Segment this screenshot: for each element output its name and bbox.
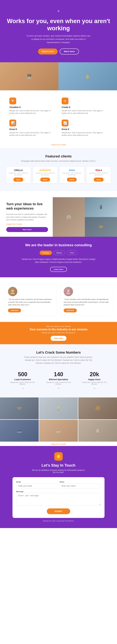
client-more-crolla[interactable]: more — [14, 178, 23, 182]
photo-cell-1: 🤝 — [0, 398, 39, 419]
leader-tab-strategy[interactable]: Strategy — [40, 250, 52, 255]
photo-ph-6: 📋 — [78, 420, 117, 442]
live-title: Turn your ideas to live web experiences — [6, 202, 48, 211]
hero-buttons: Explore more Watch demo — [6, 48, 111, 54]
name-label: Name — [60, 481, 101, 483]
testimonial-avatar-2 — [64, 287, 73, 296]
hero-subtitle: Ut enim ad minim veniam, quis nostrud ex… — [26, 34, 91, 44]
photo-ph-2: 💡 — [39, 398, 78, 419]
number-card-customers: 500 Loyal Customers Sample text. Click t… — [6, 370, 39, 391]
number-desc-specialists: Sample text. Click to select the Text El… — [44, 382, 73, 385]
client-card-binance: ◈ BINANCE Sample text. Click to select t… — [33, 167, 58, 183]
testimonials-section: " Do you want to start a business, but d… — [0, 277, 117, 322]
number-label-customers: Loyal Customers — [8, 378, 38, 380]
clients-title: Featured clients — [6, 154, 111, 158]
live-image-2: 📱 — [85, 197, 117, 217]
feature-icon-2: ✈ — [62, 98, 68, 104]
hero-section: ≡ Works for you, even when you aren't wo… — [0, 0, 117, 62]
number-arrow-users[interactable]: → — [93, 387, 96, 390]
numbers-title: Let's Crack Some Numbers — [6, 350, 111, 354]
client-more-binance[interactable]: more — [40, 178, 50, 182]
feature-title-3: Grow It — [9, 128, 56, 130]
number-arrow-specialists[interactable]: → — [57, 387, 60, 390]
numbers-section: Let's Crack Some Numbers Firstly wanted … — [0, 344, 117, 398]
leader-tab-mission[interactable]: Mission — [54, 250, 65, 255]
features-section: 🖥️ ✋ 👁 Visualize It Sample text. Click t… — [0, 62, 117, 148]
live-inner: Turn your ideas to live web experiences … — [0, 191, 117, 237]
contact-footer-text: Sample text. Click to select the Text El… — [12, 520, 104, 522]
testimonial-card-1: " Do you want to start a business, but d… — [5, 284, 57, 316]
live-learn-more-button[interactable]: learn more — [6, 227, 48, 232]
cta-read-more-button[interactable]: read more — [50, 336, 66, 341]
clients-section: Featured clients Paragraph with partner … — [0, 148, 117, 191]
contact-title: Let's Stay In Touch — [12, 463, 104, 468]
number-label-users: Happy Users — [80, 378, 109, 380]
testimonial-btn-2[interactable]: read more — [64, 308, 77, 312]
client-more-tesla[interactable]: more — [94, 178, 104, 182]
svg-point-3 — [66, 292, 70, 294]
number-card-users: 20k Happy Users Sample text. Click to se… — [78, 370, 111, 391]
number-desc-customers: Sample text. Click to select the Text El… — [8, 382, 38, 385]
message-textarea[interactable] — [16, 493, 101, 506]
live-img-ph-2: 📱 — [85, 197, 117, 217]
client-card-tesla: TESLA Sample text. Click to select the T… — [86, 167, 111, 183]
testimonial-avatar-1 — [8, 287, 17, 296]
feature-card-1: 👁 Visualize It Sample text. Click to sel… — [6, 95, 58, 117]
photo-from: Image from Freepik — [0, 442, 117, 446]
feature-title-4: Grow It — [62, 128, 108, 130]
number-label-specialists: Efficient Specialists — [44, 378, 73, 380]
feature-desc-4: Sample text. Click to select the text bo… — [62, 132, 108, 136]
client-card-crolla: CROLLA Sample text. Click to select the … — [6, 167, 30, 183]
leader-section: We are the leader in business consulting… — [0, 237, 117, 277]
client-desc-crolla: Sample text. Click to select the Text El… — [8, 172, 29, 176]
menu-icon[interactable]: ≡ — [6, 9, 111, 13]
contact-subtitle: We are an ambitious company looking for … — [30, 469, 86, 474]
number-value-customers: 500 — [8, 371, 38, 378]
watch-demo-button[interactable]: Watch demo — [60, 48, 79, 54]
leader-tab-vision[interactable]: Vision — [67, 250, 78, 255]
feature-icon-3: 📊 — [9, 120, 16, 126]
photo-cell-2: 💡 — [39, 398, 78, 419]
testimonial-btn-1[interactable]: read more — [8, 308, 21, 312]
cta-small-text: Add more speed to your website — [6, 325, 111, 327]
photo-cell-5: ☕ — [39, 420, 78, 442]
feature-desc-2: Sample text. Click to select the text bo… — [62, 110, 108, 114]
client-desc-binance: Sample text. Click to select the Text El… — [35, 172, 56, 176]
numbers-subtitle: Firstly wanted to start your own busines… — [21, 356, 96, 365]
contact-section: 🌟 Let's Stay In Touch We are an ambitiou… — [0, 446, 117, 528]
client-logo-evga: EVGA — [61, 169, 82, 172]
photo-cell-4: 💻 — [0, 420, 39, 442]
leader-title: We are the leader in business consulting — [6, 243, 111, 248]
client-desc-evga: Sample text. Click to select the Text El… — [61, 172, 82, 176]
live-img-ph-1: 👔 — [53, 197, 85, 237]
feature-image-left: 🖥️ — [0, 62, 58, 90]
submit-button[interactable]: SUBMIT — [47, 508, 70, 514]
feature-title-1: Visualize It — [9, 106, 56, 108]
photo-grid: 🤝 💡 😊 💻 ☕ 📋 — [0, 398, 117, 442]
clients-subtitle: Paragraph with partner ipsum dolor sit a… — [6, 160, 111, 162]
leader-learn-more-button[interactable]: Learn more — [50, 267, 67, 272]
testimonial-quote-1: " Do you want to start a business, but d… — [8, 298, 53, 306]
feature-card-3: 📊 Grow It Sample text. Click to select t… — [6, 117, 58, 139]
live-from: Images from Freepik — [6, 223, 48, 226]
feature-desc-1: Sample text. Click to select the text bo… — [9, 110, 56, 114]
photo-ph-5: ☕ — [39, 420, 78, 442]
live-section: Turn your ideas to live web experiences … — [0, 191, 117, 237]
feature-card-2: ✈ Create It Sample text. Click to select… — [58, 95, 111, 117]
explore-more-button[interactable]: Explore more — [38, 48, 58, 54]
feature-desc-3: Sample text. Click to select the text bo… — [9, 132, 56, 136]
leader-desc: Sample text. Click to ligula at ligula. … — [21, 258, 96, 264]
feature-title-2: Create It — [62, 106, 108, 108]
name-input[interactable] — [60, 484, 101, 488]
live-img-ph-3: 🤝 — [85, 217, 117, 237]
email-label: Email — [16, 481, 58, 483]
form-group-message: Message — [16, 490, 101, 506]
feature-icon-1: 👁 — [9, 98, 16, 104]
svg-point-1 — [10, 292, 15, 294]
live-content: Turn your ideas to live web experiences … — [0, 197, 53, 237]
email-input[interactable] — [16, 484, 58, 488]
client-logo-crolla: CROLLA — [8, 169, 29, 172]
client-more-evga[interactable]: more — [67, 178, 77, 182]
client-card-evga: EVGA Sample text. Click to select the Te… — [60, 167, 84, 183]
number-arrow-customers[interactable]: → — [21, 387, 24, 390]
